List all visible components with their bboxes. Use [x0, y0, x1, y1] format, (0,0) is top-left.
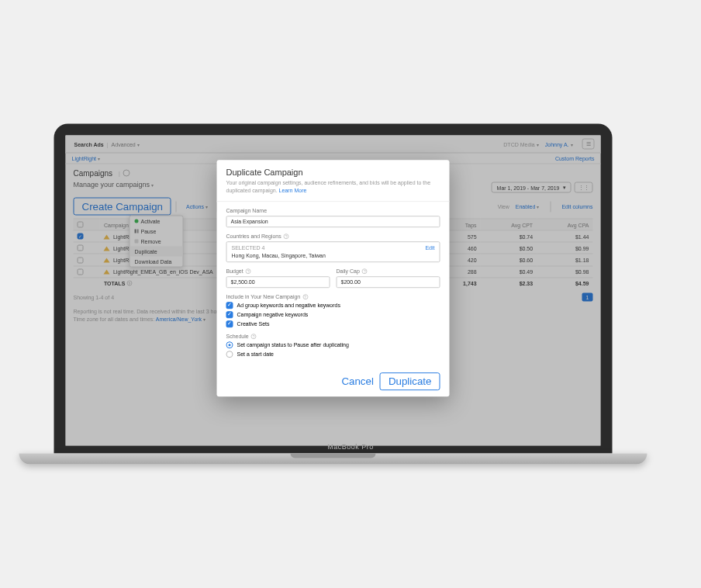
- help-icon[interactable]: ?: [251, 334, 257, 339]
- help-icon[interactable]: ?: [302, 294, 308, 299]
- laptop-frame: Search Ads | Advanced DTCD Media Johnny …: [54, 124, 647, 465]
- help-icon[interactable]: ?: [246, 268, 251, 274]
- budget-input[interactable]: [226, 276, 330, 288]
- laptop-screen: Search Ads | Advanced DTCD Media Johnny …: [66, 136, 601, 446]
- include-label: Include in Your New Campaign: [226, 294, 301, 299]
- schedule-pause-radio[interactable]: [226, 341, 233, 348]
- countries-selector[interactable]: SELECTED 4 Edit Hong Kong, Macau, Singap…: [226, 241, 440, 262]
- learn-more-link[interactable]: Learn More: [279, 188, 307, 193]
- countries-label: Countries and Regions: [226, 233, 281, 239]
- campaign-name-label: Campaign Name: [226, 208, 440, 213]
- schedule-label: Schedule: [226, 334, 249, 339]
- daily-cap-input[interactable]: [337, 276, 440, 288]
- budget-label: Budget: [226, 268, 243, 274]
- help-icon[interactable]: ?: [362, 268, 368, 274]
- schedule-start-radio[interactable]: [226, 351, 233, 358]
- duplicate-button[interactable]: Duplicate: [380, 372, 440, 390]
- include-checkbox[interactable]: [226, 311, 233, 318]
- laptop-notch: [291, 454, 376, 458]
- daily-cap-label: Daily Cap: [337, 268, 360, 274]
- include-checkbox[interactable]: [226, 320, 233, 327]
- laptop-base: [19, 454, 647, 465]
- cancel-button[interactable]: Cancel: [341, 372, 374, 390]
- selected-countries: Hong Kong, Macau, Singapore, Taiwan: [232, 253, 435, 258]
- campaign-name-input[interactable]: [226, 216, 440, 227]
- include-checkbox[interactable]: [226, 302, 233, 309]
- help-icon[interactable]: ?: [284, 233, 289, 239]
- modal-description: Your original campaign settings, audienc…: [226, 179, 440, 195]
- modal-title: Duplicate Campaign: [226, 168, 440, 177]
- duplicate-campaign-modal: Duplicate Campaign Your original campaig…: [217, 160, 450, 396]
- edit-countries-link[interactable]: Edit: [425, 245, 434, 251]
- laptop-bezel: Search Ads | Advanced DTCD Media Johnny …: [54, 124, 613, 454]
